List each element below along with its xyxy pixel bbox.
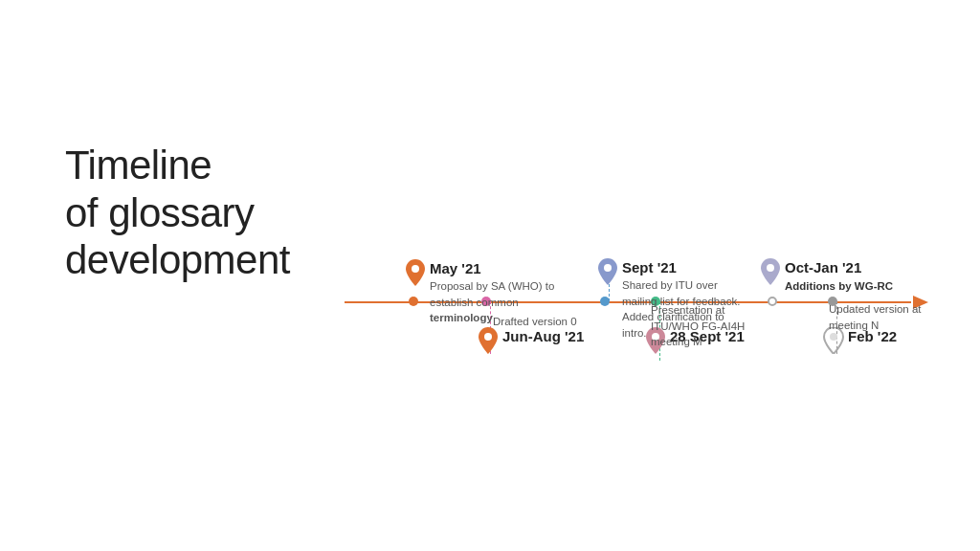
label-sept21: Sept '21 [622, 259, 677, 276]
title-line2: of glossary [65, 190, 255, 235]
title-line1: Timeline [65, 143, 212, 187]
timeline-area: May '21 Proposal by SA (WHO) to establis… [345, 115, 947, 440]
dot-may [409, 297, 418, 306]
slide: Timeline of glossary development [0, 0, 980, 551]
pin-octjan21 [760, 258, 781, 289]
pin-junaug21 [478, 327, 499, 358]
label-octjan21: Oct-Jan '21 [785, 259, 861, 276]
label-junaug21: Jun-Aug '21 [502, 328, 584, 344]
title-heading: Timeline of glossary development [65, 142, 290, 284]
desc-may21-bold: terminology [430, 312, 493, 323]
pin-icon-sept21 [597, 258, 618, 285]
label-may21: May '21 [430, 260, 481, 276]
pin-icon-junaug21 [478, 327, 499, 354]
dot-octjan [768, 297, 777, 306]
svg-point-2 [604, 264, 612, 272]
pin-icon-may21 [405, 259, 426, 286]
pin-sept21 [597, 258, 618, 289]
title-block: Timeline of glossary development [65, 142, 290, 284]
svg-point-1 [484, 333, 492, 341]
svg-point-0 [412, 265, 419, 273]
title-line3: development [65, 237, 290, 282]
svg-point-4 [767, 264, 774, 272]
pin-icon-octjan21 [760, 258, 781, 285]
desc-junaug21: Drafted version 0 [493, 314, 598, 330]
pin-may21 [405, 259, 426, 290]
desc-28sept21: Presentation at ITU/WHO FG-AI4H meeting … [651, 302, 761, 350]
desc-feb22: Updated version at meeting N [829, 301, 934, 333]
desc-octjan21: Additions by WG-RC [785, 278, 909, 295]
svg-point-5 [830, 333, 837, 341]
